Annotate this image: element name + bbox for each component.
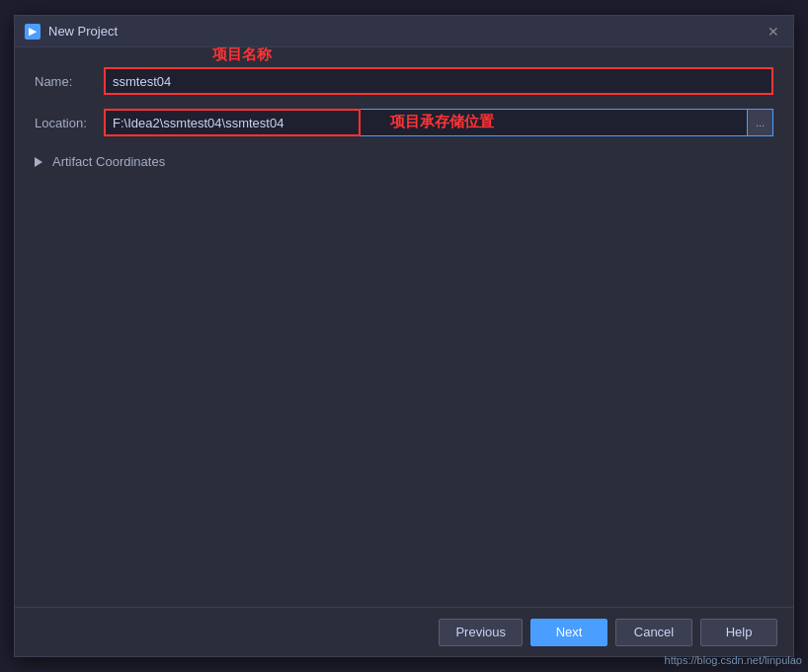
name-input[interactable]: [104, 67, 773, 95]
artifact-coordinates-section: Artifact Coordinates: [35, 150, 773, 173]
location-input[interactable]: [104, 109, 773, 136]
name-label: Name:: [35, 74, 104, 89]
previous-button[interactable]: Previous: [439, 619, 523, 646]
title-bar: ▶ New Project ✕: [15, 16, 793, 47]
collapse-icon: [35, 156, 46, 168]
annotation-project-name: 项目名称: [212, 47, 272, 64]
close-button[interactable]: ✕: [764, 22, 783, 42]
dialog-footer: Previous Next Cancel Help: [15, 607, 793, 656]
watermark: https://blog.csdn.net/linpulao: [665, 654, 802, 666]
name-input-wrap: [104, 67, 773, 95]
location-label: Location:: [35, 116, 104, 130]
artifact-coordinates-label: Artifact Coordinates: [52, 154, 165, 169]
dialog-body: Name: 项目名称 Location: ... 项目承存储位置: [15, 47, 793, 607]
app-icon: ▶: [25, 24, 40, 40]
dialog-title: New Project: [48, 24, 764, 39]
help-button[interactable]: Help: [700, 619, 777, 646]
cancel-button[interactable]: Cancel: [615, 619, 692, 646]
artifact-coordinates-toggle[interactable]: Artifact Coordinates: [35, 150, 773, 173]
next-button[interactable]: Next: [530, 619, 607, 646]
browse-button[interactable]: ...: [747, 110, 772, 135]
location-input-wrap: ...: [104, 109, 773, 136]
browse-icon: ...: [756, 117, 765, 128]
new-project-dialog: ▶ New Project ✕ Name: 项目名称 Location: ...: [14, 15, 794, 657]
name-row: Name: 项目名称: [35, 67, 773, 95]
location-row: Location: ... 项目承存储位置: [35, 109, 773, 136]
